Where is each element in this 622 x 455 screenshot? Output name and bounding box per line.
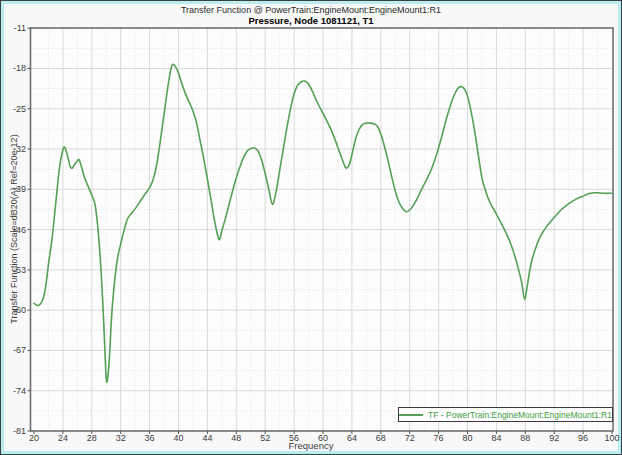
y-tick-label: -74: [13, 386, 26, 396]
y-tick-label: -32: [13, 144, 26, 154]
y-tick-labels: -11-18-25-32-39-46-53-60-67-74-81: [13, 23, 26, 436]
y-tick-label: -67: [13, 345, 26, 355]
y-tick-label: -25: [13, 104, 26, 114]
y-tick-label: -60: [13, 305, 26, 315]
legend-line-sample: [399, 414, 423, 416]
y-tick-label: -39: [13, 184, 26, 194]
x-axis-label: Frequency: [1, 440, 621, 451]
y-tick-label: -46: [13, 225, 26, 235]
y-tick-label: -18: [13, 63, 26, 73]
plot-canvas[interactable]: 2024283236404448525660646872768084889296…: [1, 1, 622, 455]
chart-window: Transfer Function @ PowerTrain:EngineMou…: [0, 0, 622, 455]
y-tick-label: -11: [14, 23, 26, 33]
legend-box[interactable]: TF - PowerTrain:EngineMount:EngineMount1…: [398, 407, 613, 422]
y-tick-label: -81: [13, 426, 26, 436]
y-tick-label: -53: [13, 265, 26, 275]
legend-label: TF - PowerTrain:EngineMount:EngineMount1…: [428, 410, 612, 420]
